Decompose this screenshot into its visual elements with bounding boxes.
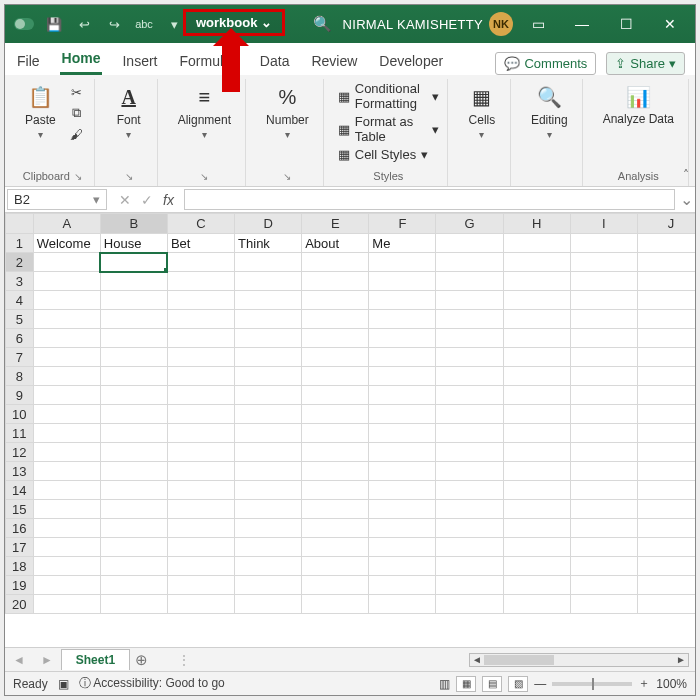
cell[interactable] — [33, 329, 100, 348]
zoom-in-icon[interactable]: ＋ — [638, 675, 650, 692]
cell[interactable] — [436, 557, 503, 576]
dialog-launcher-icon[interactable]: ↘ — [74, 171, 82, 182]
cell[interactable] — [570, 348, 637, 367]
cell[interactable] — [570, 595, 637, 614]
cell[interactable] — [570, 329, 637, 348]
cell[interactable] — [235, 291, 302, 310]
cell[interactable] — [167, 329, 234, 348]
cell[interactable] — [302, 481, 369, 500]
cell[interactable] — [33, 348, 100, 367]
cell[interactable] — [33, 253, 100, 272]
tab-review[interactable]: Review — [309, 47, 359, 75]
cell[interactable] — [436, 253, 503, 272]
cell[interactable] — [637, 481, 695, 500]
cell[interactable] — [570, 443, 637, 462]
cell[interactable] — [100, 443, 167, 462]
cell[interactable] — [167, 253, 234, 272]
search-icon[interactable]: 🔍 — [309, 15, 337, 33]
cell[interactable] — [33, 310, 100, 329]
cell[interactable] — [33, 576, 100, 595]
page-layout-view-icon[interactable]: ▤ — [482, 676, 502, 692]
cell[interactable] — [167, 481, 234, 500]
horizontal-scrollbar[interactable]: ◄ ► — [469, 653, 689, 667]
tab-data[interactable]: Data — [258, 47, 292, 75]
redo-icon[interactable]: ↪ — [103, 13, 125, 35]
cell[interactable] — [167, 272, 234, 291]
tab-insert[interactable]: Insert — [120, 47, 159, 75]
cell[interactable] — [436, 595, 503, 614]
cell[interactable] — [436, 234, 503, 253]
cell[interactable] — [302, 329, 369, 348]
cell[interactable] — [570, 291, 637, 310]
cell[interactable] — [503, 424, 570, 443]
row-header[interactable]: 1 — [6, 234, 34, 253]
row-header[interactable]: 3 — [6, 272, 34, 291]
cell[interactable] — [235, 310, 302, 329]
cell[interactable] — [503, 253, 570, 272]
cell[interactable] — [436, 348, 503, 367]
dialog-launcher-icon[interactable]: ↘ — [125, 171, 133, 182]
cell[interactable]: Me — [369, 234, 436, 253]
column-header[interactable]: C — [167, 214, 234, 234]
row-header[interactable]: 20 — [6, 595, 34, 614]
cell[interactable] — [436, 424, 503, 443]
cell[interactable] — [369, 386, 436, 405]
cell[interactable] — [369, 405, 436, 424]
accessibility-status[interactable]: ⓘ Accessibility: Good to go — [79, 675, 225, 692]
cell[interactable] — [235, 405, 302, 424]
cell[interactable] — [503, 538, 570, 557]
spreadsheet-grid[interactable]: ABCDEFGHIJ1WelcomeHouseBetThinkAboutMe23… — [5, 213, 695, 647]
row-header[interactable]: 10 — [6, 405, 34, 424]
paste-button[interactable]: 📋 Paste ▾ — [19, 81, 62, 142]
display-settings-icon[interactable]: ▥ — [439, 677, 450, 691]
cell[interactable] — [235, 367, 302, 386]
cell[interactable] — [302, 500, 369, 519]
sheet-nav-next-icon[interactable]: ► — [33, 653, 61, 667]
cell[interactable] — [302, 519, 369, 538]
row-header[interactable]: 8 — [6, 367, 34, 386]
cell[interactable] — [369, 272, 436, 291]
cell[interactable] — [33, 538, 100, 557]
cell[interactable] — [503, 367, 570, 386]
analyze-data-button[interactable]: 📊 Analyze Data — [597, 81, 680, 128]
cell[interactable] — [302, 310, 369, 329]
cell[interactable] — [302, 443, 369, 462]
cell[interactable] — [369, 557, 436, 576]
row-header[interactable]: 2 — [6, 253, 34, 272]
cell[interactable] — [235, 576, 302, 595]
cell[interactable] — [369, 576, 436, 595]
cell[interactable] — [503, 405, 570, 424]
cell[interactable] — [369, 329, 436, 348]
column-header[interactable]: F — [369, 214, 436, 234]
cell[interactable] — [100, 405, 167, 424]
row-header[interactable]: 19 — [6, 576, 34, 595]
row-header[interactable]: 12 — [6, 443, 34, 462]
number-dropdown[interactable]: % Number ▾ — [260, 81, 315, 142]
cell[interactable] — [33, 595, 100, 614]
cell[interactable] — [570, 462, 637, 481]
cell[interactable] — [637, 253, 695, 272]
cell[interactable] — [503, 557, 570, 576]
cell[interactable] — [570, 481, 637, 500]
save-icon[interactable]: 💾 — [43, 13, 65, 35]
cell[interactable] — [436, 462, 503, 481]
cell[interactable] — [33, 500, 100, 519]
cell[interactable] — [570, 538, 637, 557]
new-sheet-button[interactable]: ⊕ — [130, 651, 152, 669]
cell[interactable] — [235, 538, 302, 557]
cell[interactable] — [33, 367, 100, 386]
cell[interactable] — [100, 329, 167, 348]
row-header[interactable]: 6 — [6, 329, 34, 348]
share-button[interactable]: ⇪Share ▾ — [606, 52, 685, 75]
page-break-view-icon[interactable]: ▧ — [508, 676, 528, 692]
cell[interactable] — [503, 500, 570, 519]
cell[interactable] — [436, 291, 503, 310]
cell[interactable] — [167, 500, 234, 519]
row-header[interactable]: 14 — [6, 481, 34, 500]
cell[interactable] — [570, 386, 637, 405]
cell[interactable] — [100, 500, 167, 519]
tab-home[interactable]: Home — [60, 44, 103, 75]
cell[interactable] — [503, 272, 570, 291]
format-as-table-button[interactable]: ▦Format as Table ▾ — [338, 114, 439, 144]
cell[interactable] — [33, 443, 100, 462]
